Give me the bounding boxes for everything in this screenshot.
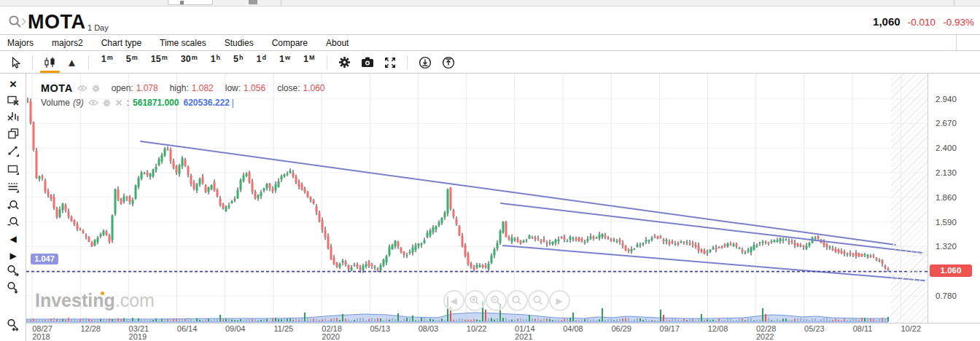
clone-tool-button[interactable] bbox=[0, 128, 26, 142]
timeframe-button-5m[interactable]: 5m bbox=[120, 50, 144, 76]
remove-indicators-button[interactable] bbox=[0, 111, 26, 125]
chart-nav-zoom-x-button[interactable] bbox=[507, 290, 528, 311]
trendline-tool-button[interactable] bbox=[0, 146, 26, 160]
top-strip-input-fragment bbox=[168, 0, 213, 5]
load-chart-button[interactable] bbox=[437, 52, 460, 74]
chart-nav-pan-right-button[interactable]: ▶ bbox=[549, 290, 570, 311]
timeframe-button-30m[interactable]: 30m bbox=[174, 50, 204, 76]
time-axis[interactable]: 08/27 201812/2803/21 201906/1409/0411/25… bbox=[26, 323, 980, 341]
future-area-hatch bbox=[891, 74, 928, 323]
area-chart-icon: ▲ bbox=[66, 57, 77, 68]
watermark-suffix: .com bbox=[115, 290, 155, 310]
menu-item-compare[interactable]: Compare bbox=[272, 38, 308, 48]
cursor-tool-button[interactable] bbox=[4, 52, 26, 74]
save-chart-button[interactable] bbox=[413, 52, 437, 74]
chart-plot-area[interactable]: MOTA open: 1.078 high: 1.082 low: 1.056 … bbox=[26, 74, 928, 323]
volume-separator: : bbox=[127, 98, 129, 108]
chart-nav-zoom-out-button[interactable] bbox=[486, 290, 507, 311]
last-price-badge: 1.060 bbox=[930, 264, 972, 277]
time-tick: 06/14 bbox=[177, 325, 198, 333]
toolbar-divider bbox=[407, 55, 408, 70]
candlestick-chart bbox=[26, 74, 928, 323]
zoom-fit-button[interactable] bbox=[0, 281, 26, 297]
timeframe-button-1h[interactable]: 1h bbox=[204, 50, 227, 76]
timeframe-button-1m[interactable]: 1m bbox=[95, 50, 120, 76]
zoom-x-range-button[interactable] bbox=[0, 264, 26, 280]
timeframe-button-15m[interactable]: 15m bbox=[144, 50, 174, 76]
horizontal-line-price-tag[interactable]: 1.047 bbox=[31, 254, 58, 264]
menu-item-chart-type[interactable]: Chart type bbox=[101, 38, 141, 48]
volume-ma-value: 620536.222 bbox=[183, 98, 229, 108]
timeframe-button-5h[interactable]: 5h bbox=[227, 50, 249, 76]
text-cursor: | bbox=[232, 98, 234, 108]
indicator-settings-gear-icon[interactable] bbox=[103, 99, 111, 107]
toolbar-divider bbox=[88, 55, 89, 70]
menu-item-majors2[interactable]: majors2 bbox=[52, 38, 83, 48]
zoom-in-button[interactable] bbox=[0, 200, 26, 214]
parallel-lines-tool-button[interactable] bbox=[0, 181, 26, 196]
menu-item-majors[interactable]: Majors bbox=[7, 38, 34, 48]
selected-underline bbox=[40, 71, 60, 73]
fullscreen-button[interactable] bbox=[379, 52, 401, 74]
low-label: low: bbox=[225, 83, 241, 93]
timeframe-button-1w[interactable]: 1w bbox=[273, 50, 297, 76]
eye-icon[interactable] bbox=[77, 85, 88, 92]
snapshot-button[interactable] bbox=[356, 52, 379, 74]
symbol-title: MOTA bbox=[28, 11, 85, 34]
series-settings-gear-icon[interactable] bbox=[92, 85, 100, 93]
pan-right-button[interactable]: ▶ bbox=[0, 248, 26, 262]
pan-left-icon: ◀ bbox=[9, 234, 16, 244]
price-tick: 0.780 bbox=[936, 291, 957, 300]
drawing-tools-sidebar: × ◀ ▶ bbox=[0, 74, 26, 341]
time-tick: 12/08 bbox=[708, 325, 728, 333]
watermark: Investing.com bbox=[35, 290, 155, 311]
toolbar-divider bbox=[327, 55, 327, 70]
menu-item-studies[interactable]: Studies bbox=[225, 38, 254, 48]
time-tick: 05/13 bbox=[370, 325, 390, 333]
expand-icon bbox=[384, 57, 396, 68]
price-tick: 1.590 bbox=[936, 218, 957, 227]
volume-label: Volume bbox=[41, 98, 70, 108]
price-axis[interactable]: 2.9402.6702.4002.1301.8601.5901.3200.780… bbox=[928, 74, 980, 323]
time-tick: 10/22 bbox=[467, 325, 487, 333]
watermark-orange-dot bbox=[101, 291, 104, 295]
menu-item-about[interactable]: About bbox=[326, 38, 349, 48]
toolbar-divider bbox=[32, 55, 33, 70]
high-value: 1.082 bbox=[192, 83, 214, 93]
chart-nav-pan-left-button[interactable]: ◀ bbox=[443, 290, 464, 311]
chart-nav-zoom-in-button[interactable] bbox=[464, 290, 486, 311]
chart-nav-zoom-reset-button[interactable] bbox=[528, 290, 549, 311]
zoom-out-icon bbox=[490, 295, 502, 307]
area-chart-type-button[interactable]: ▲ bbox=[61, 52, 82, 74]
download-circle-icon bbox=[419, 56, 432, 69]
timeframe-group: 1m5m15m30m1h5h1d1w1M bbox=[95, 50, 322, 76]
price-tick: 2.940 bbox=[936, 95, 957, 103]
pan-left-button[interactable]: ◀ bbox=[0, 232, 26, 245]
erase-selection-button[interactable] bbox=[0, 95, 26, 109]
pan-right-icon: ▶ bbox=[9, 251, 16, 261]
remove-indicator-x-icon[interactable] bbox=[115, 99, 122, 106]
zoom-reset-button[interactable] bbox=[0, 318, 26, 334]
eye-icon[interactable] bbox=[88, 99, 98, 106]
price-tick: 2.670 bbox=[936, 119, 957, 128]
timeframe-button-1d[interactable]: 1d bbox=[250, 50, 273, 76]
zoom-out-button[interactable] bbox=[0, 216, 26, 231]
zoom-in-icon bbox=[469, 295, 481, 307]
rectangle-tool-button[interactable] bbox=[0, 164, 26, 179]
time-tick: 03/21 2019 bbox=[129, 325, 149, 341]
close-icon: × bbox=[9, 77, 17, 91]
close-tool-button[interactable]: × bbox=[0, 78, 26, 91]
time-tick: 08/03 bbox=[419, 325, 439, 333]
candlestick-chart-type-button[interactable] bbox=[39, 52, 61, 74]
settings-button[interactable] bbox=[333, 52, 356, 74]
time-tick: 02/28 2022 bbox=[756, 325, 777, 341]
volume-param: (9) bbox=[73, 98, 84, 108]
menu-item-time-scales[interactable]: Time scales bbox=[160, 38, 206, 48]
candlestick-icon bbox=[44, 57, 56, 68]
volume-value: 561871.000 bbox=[133, 98, 179, 108]
timeframe-button-1M[interactable]: 1M bbox=[297, 50, 321, 76]
price-change: -0.010 bbox=[908, 17, 936, 28]
open-label: open: bbox=[112, 83, 133, 93]
search-icon[interactable] bbox=[8, 15, 22, 28]
low-value: 1.056 bbox=[244, 83, 265, 93]
